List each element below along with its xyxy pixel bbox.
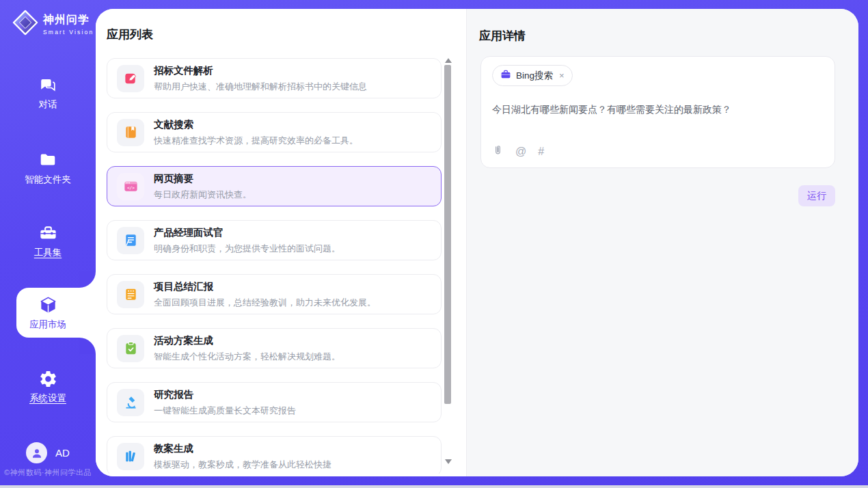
toolbox-icon bbox=[0, 223, 96, 244]
microscope-icon bbox=[117, 389, 144, 416]
cube-icon bbox=[0, 295, 96, 316]
bubble-corner-top bbox=[79, 271, 96, 288]
brand-logo: 神州问学 Smart Vision bbox=[12, 10, 94, 38]
browser-code-icon: </> bbox=[117, 173, 144, 200]
app-list-panel: 应用列表 招标文件解析 帮助用户快速、准确地理解和解析招标书中的关键信息 文献搜… bbox=[96, 9, 466, 476]
app-card-desc: 帮助用户快速、准确地理解和解析招标书中的关键信息 bbox=[154, 81, 367, 93]
app-card[interactable]: 文献搜索 快速精准查找学术资源，提高研究效率的必备工具。 bbox=[107, 112, 442, 152]
sidebar-item-label: 工具集 bbox=[34, 247, 62, 259]
copyright-footer: ©神州数码·神州问学出品 bbox=[0, 467, 96, 478]
note-icon bbox=[117, 281, 144, 308]
app-card[interactable]: </> 网页摘要 每日政府新闻资讯快查。 bbox=[107, 166, 442, 206]
composer-card[interactable]: Bing搜索 × 今日湖北有哪些新闻要点？有哪些需要关注的最新政策？ @ # bbox=[480, 56, 835, 168]
app-card-desc: 全面回顾项目进展，总结经验教训，助力未来优化发展。 bbox=[154, 297, 376, 309]
tool-chip-bing-search[interactable]: Bing搜索 × bbox=[492, 65, 573, 86]
briefcase-icon bbox=[500, 69, 511, 83]
app-card[interactable]: 产品经理面试官 明确身份和职责，为您提供专业性的面试问题。 bbox=[107, 220, 442, 260]
doc-pen-icon bbox=[117, 227, 144, 254]
sidebar-item-app-market[interactable]: 应用市场 bbox=[0, 295, 96, 331]
scrollbar bbox=[444, 9, 452, 476]
scrollbar-down-arrow[interactable] bbox=[445, 459, 452, 464]
clipboard-check-icon bbox=[117, 335, 144, 362]
sidebar-item-label: 对话 bbox=[39, 98, 57, 111]
svg-text:</>: </> bbox=[126, 185, 134, 190]
app-card-list: 招标文件解析 帮助用户快速、准确地理解和解析招标书中的关键信息 文献搜索 快速精… bbox=[107, 58, 442, 474]
window-bottom-edge bbox=[0, 485, 868, 488]
mention-icon[interactable]: @ bbox=[515, 146, 526, 157]
app-card-desc: 快速精准查找学术资源，提高研究效率的必备工具。 bbox=[154, 135, 358, 147]
app-card[interactable]: 项目总结汇报 全面回顾项目进展，总结经验教训，助力未来优化发展。 bbox=[107, 274, 442, 314]
app-card[interactable]: 招标文件解析 帮助用户快速、准确地理解和解析招标书中的关键信息 bbox=[107, 58, 442, 98]
app-list-title: 应用列表 bbox=[107, 27, 153, 42]
app-card[interactable]: 研究报告 一键智能生成高质量长文本研究报告 bbox=[107, 382, 442, 422]
tool-chip-label: Bing搜索 bbox=[516, 70, 553, 82]
app-card-title: 招标文件解析 bbox=[154, 64, 367, 77]
app-card-desc: 一键智能生成高质量长文本研究报告 bbox=[154, 405, 296, 417]
sidebar-item-label: 系统设置 bbox=[29, 392, 66, 405]
app-card-desc: 智能生成个性化活动方案，轻松解决规划难题。 bbox=[154, 351, 340, 363]
sidebar-item-label: 应用市场 bbox=[29, 318, 66, 331]
hashtag-icon[interactable]: # bbox=[538, 146, 544, 157]
brand-subtitle: Smart Vision bbox=[43, 29, 94, 36]
sidebar-item-toolset[interactable]: 工具集 bbox=[0, 223, 96, 259]
avatar bbox=[26, 442, 47, 463]
app-card-title: 研究报告 bbox=[154, 388, 296, 401]
brand-diamond-icon bbox=[12, 10, 38, 38]
app-card-desc: 每日政府新闻资讯快查。 bbox=[154, 189, 252, 201]
attachment-icon[interactable] bbox=[492, 144, 504, 159]
app-card-title: 教案生成 bbox=[154, 442, 331, 455]
app-card-title: 产品经理面试官 bbox=[154, 226, 340, 239]
book-icon bbox=[117, 119, 144, 146]
user-profile[interactable]: AD bbox=[26, 442, 70, 463]
run-button[interactable]: 运行 bbox=[798, 185, 835, 206]
folder-icon bbox=[0, 150, 96, 171]
edit-icon bbox=[117, 65, 144, 92]
app-card[interactable]: 活动方案生成 智能生成个性化活动方案，轻松解决规划难题。 bbox=[107, 328, 442, 368]
app-card[interactable]: 教案生成 模板驱动，教案秒成，教学准备从此轻松快捷 bbox=[107, 436, 442, 474]
sidebar-item-label: 智能文件夹 bbox=[25, 174, 71, 186]
bubble-corner-bottom bbox=[79, 338, 96, 354]
content-frame: 应用列表 招标文件解析 帮助用户快速、准确地理解和解析招标书中的关键信息 文献搜… bbox=[96, 9, 858, 476]
app-card-title: 网页摘要 bbox=[154, 172, 252, 185]
brand-name: 神州问学 bbox=[43, 13, 94, 27]
gear-icon bbox=[0, 369, 96, 390]
chip-close-icon[interactable]: × bbox=[558, 70, 565, 81]
sidebar-item-chat[interactable]: 对话 bbox=[0, 75, 96, 111]
sidebar: 神州问学 Smart Vision 对话 智能文件夹 bbox=[0, 0, 96, 488]
scrollbar-thumb[interactable] bbox=[444, 65, 451, 404]
chat-icon bbox=[0, 75, 96, 96]
app-card-desc: 模板驱动，教案秒成，教学准备从此轻松快捷 bbox=[154, 459, 331, 471]
scrollbar-up-arrow[interactable] bbox=[445, 58, 452, 63]
app-card-title: 活动方案生成 bbox=[154, 334, 340, 347]
user-initials: AD bbox=[55, 447, 70, 459]
app-detail-panel: 应用详情 Bing搜索 × 今日湖北有哪些新闻要点？有哪些需要关注的最新政策？ bbox=[466, 9, 858, 476]
books-icon bbox=[117, 443, 144, 470]
app-card-desc: 明确身份和职责，为您提供专业性的面试问题。 bbox=[154, 243, 340, 255]
app-card-title: 项目总结汇报 bbox=[154, 280, 376, 293]
app-card-title: 文献搜索 bbox=[154, 118, 358, 131]
sidebar-item-settings[interactable]: 系统设置 bbox=[0, 369, 96, 405]
prompt-text[interactable]: 今日湖北有哪些新闻要点？有哪些需要关注的最新政策？ bbox=[492, 104, 824, 116]
composer-toolbar: @ # bbox=[492, 144, 544, 159]
sidebar-item-smart-folder[interactable]: 智能文件夹 bbox=[0, 150, 96, 186]
app-detail-title: 应用详情 bbox=[479, 28, 526, 44]
